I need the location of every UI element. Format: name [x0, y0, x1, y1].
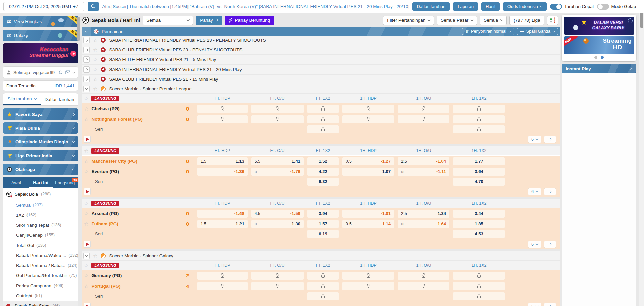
- market-filter-select[interactable]: Semua Pasar: [437, 16, 477, 25]
- odds-cell[interactable]: u-1.64: [398, 220, 449, 228]
- odds-cell[interactable]: 0.5-1.14: [342, 220, 394, 228]
- odds-cell[interactable]: 0.5-1.27: [342, 157, 394, 165]
- odds-cell[interactable]: 2.5-1.04: [398, 157, 449, 165]
- favorite-star-icon[interactable]: ☆: [84, 211, 88, 216]
- galaxy-button[interactable]: ⇄ Galaxy NEW: [3, 30, 78, 41]
- galaxy-version-banner[interactable]: DALAM VERSI GALAXY BARU!: [564, 17, 634, 35]
- more-markets-button[interactable]: [84, 303, 91, 306]
- streaming-hd-banner[interactable]: NEW Streaming HD: [564, 36, 634, 54]
- versi-ringkas-button[interactable]: ⇄ Versi Ringkas NEW: [3, 16, 78, 27]
- odds-cell[interactable]: 3.44: [453, 210, 505, 218]
- market-count-select[interactable]: 6: [528, 136, 541, 143]
- daftar-taruhan-button[interactable]: Daftar Taruhan: [412, 2, 450, 11]
- chevron-down-icon[interactable]: [72, 70, 75, 73]
- league-row-soccer-marble-spinner-premier-league[interactable]: ☆Soccer Marble - Spinner Premier League: [82, 84, 560, 93]
- odds-cell[interactable]: 1.52: [307, 157, 339, 165]
- parlay-button[interactable]: Parlay: [196, 16, 222, 25]
- user-account-card[interactable]: Selirraja_vipgacor69: [3, 66, 78, 78]
- league-row-saba-international-friendly-virtual-pes-23-penalty-shootouts[interactable]: ☆SABA INTERNATIONAL FRIENDLY Virtual PES…: [82, 36, 560, 45]
- sidebar-item-skor-yang-tepat[interactable]: Skor Yang Tepat(136): [3, 220, 78, 230]
- favorite-star-icon[interactable]: ☆: [84, 273, 88, 278]
- odds-cell[interactable]: 1.51.21: [197, 220, 248, 228]
- odds-movement-indicator[interactable]: [547, 16, 558, 25]
- favorite-star-icon[interactable]: ☆: [84, 96, 88, 101]
- more-markets-button[interactable]: [84, 136, 91, 143]
- odds-type-select[interactable]: Odds Indonesia: [503, 2, 547, 11]
- next-page-button[interactable]: [544, 303, 556, 306]
- sport-category-sepak-bola-saba[interactable]: Sepak Bola Saba (46): [3, 301, 78, 306]
- favorite-star-icon[interactable]: ☆: [84, 117, 88, 122]
- sidebar-item-parlay-campuran[interactable]: Parlay Campuran(406): [3, 280, 78, 291]
- favorite-star-icon[interactable]: ☆: [93, 57, 97, 62]
- tab-slip-taruhan[interactable]: Slip taruhan: [3, 93, 41, 105]
- sidebar-item-ganjil-genap[interactable]: Ganjil/Genap(155): [3, 230, 78, 240]
- more-markets-button[interactable]: [84, 188, 91, 195]
- favorite-star-icon[interactable]: ☆: [84, 221, 88, 226]
- collapse-section-button[interactable]: [82, 27, 91, 36]
- next-page-button[interactable]: [544, 136, 556, 143]
- more-markets-button[interactable]: [84, 241, 91, 248]
- sidebar-menu-favorit-saya[interactable]: Favorit Saya: [3, 108, 78, 120]
- carousel-dot[interactable]: [594, 56, 597, 59]
- favorite-star-icon[interactable]: ☆: [93, 77, 97, 82]
- odds-cell[interactable]: 1.77: [453, 157, 505, 165]
- odds-cell[interactable]: 1.85: [453, 220, 505, 228]
- odds-cell[interactable]: 4.22: [307, 168, 339, 176]
- page-scrollbar[interactable]: [639, 0, 644, 306]
- tab-daftar-taruhan[interactable]: Daftar Taruhan: [41, 93, 78, 105]
- sidebar-item-babak-pertama-baba[interactable]: Babak Pertama / Baba...(124): [3, 260, 78, 270]
- sidebar-item-gol-pertama-gol-terakhir[interactable]: Gol Pertama/Gol Terakhir(75): [3, 270, 78, 280]
- sidebar-item-outright[interactable]: Outright(51): [3, 291, 78, 301]
- dark-mode-toggle[interactable]: [597, 4, 609, 10]
- carousel-dot-active[interactable]: [601, 56, 604, 59]
- favorite-star-icon[interactable]: ☆: [93, 86, 97, 91]
- odds-cell[interactable]: u-1.11: [398, 168, 449, 176]
- favorite-star-icon[interactable]: ☆: [84, 159, 88, 164]
- odds-cell[interactable]: 6.19: [307, 230, 339, 238]
- expand-league-button[interactable]: [83, 56, 90, 63]
- odds-cell[interactable]: 3.94: [307, 210, 339, 218]
- favorite-star-icon[interactable]: ☆: [84, 201, 88, 206]
- expand-league-button[interactable]: [83, 86, 90, 92]
- odds-cell[interactable]: -1.36: [197, 168, 248, 176]
- favorite-star-icon[interactable]: ☆: [93, 253, 97, 258]
- league-row-saba-elite-friendly-virtual-pes-21-5-mins-play[interactable]: ☆SABA ELITE FRIENDLY Virtual PES 21 - 5 …: [82, 55, 560, 64]
- sidebar-item-1x2[interactable]: 1X2(162): [3, 210, 78, 220]
- expand-league-button[interactable]: [83, 76, 90, 82]
- odds-cell[interactable]: u1.30: [251, 220, 304, 228]
- tab-hari-ini[interactable]: Hari Ini: [29, 177, 53, 188]
- refresh-icon[interactable]: [58, 70, 63, 75]
- quick-bet-toggle[interactable]: [550, 4, 562, 10]
- market-count-select[interactable]: 6: [528, 241, 541, 248]
- announcement-ticker[interactable]: Attn:[Soccer] The match between [1:45PM]…: [102, 4, 409, 9]
- hasil-button[interactable]: Hasil: [481, 2, 500, 11]
- league-row-saba-international-friendly-virtual-pes-21-20-mins-play[interactable]: ☆SABA INTERNATIONAL FRIENDLY Virtual PES…: [82, 65, 560, 74]
- expand-league-button[interactable]: [83, 37, 90, 43]
- expand-league-button[interactable]: [83, 47, 90, 53]
- favorite-star-icon[interactable]: ☆: [84, 148, 88, 154]
- tab-langsung[interactable]: Langsung79: [53, 177, 77, 188]
- favorite-star-icon[interactable]: ☆: [93, 67, 97, 72]
- favorite-star-icon[interactable]: ☆: [84, 283, 88, 289]
- favorite-star-icon[interactable]: ☆: [84, 263, 88, 268]
- market-count-select[interactable]: 6: [528, 188, 541, 195]
- odds-cell[interactable]: -1.01: [342, 210, 394, 218]
- sidebar-item-babak-pertama-waktu[interactable]: Babak Pertama/Waktu ...(132): [3, 250, 78, 260]
- sidebar-menu-piala-dunia[interactable]: Piala Dunia: [3, 122, 78, 134]
- odds-cell[interactable]: 4.5-1.59: [251, 210, 304, 218]
- market-count-select[interactable]: 6: [528, 303, 541, 306]
- odds-cell[interactable]: 4.53: [453, 230, 505, 238]
- search-button[interactable]: [88, 2, 99, 11]
- sidebar-item-total-gol[interactable]: Total Gol(136): [3, 240, 78, 250]
- time-filter-select[interactable]: Semua: [480, 16, 507, 25]
- league-row-soccer-marble-spinner-galaxy[interactable]: ☆Soccer Marble - Spinner Galaxy: [82, 251, 560, 260]
- odds-cell[interactable]: 1.57: [307, 220, 339, 228]
- spacing-select[interactable]: Spasi Ganda: [517, 28, 558, 35]
- odds-cell[interactable]: -1.48: [197, 210, 248, 218]
- tab-awal[interactable]: Awal: [4, 177, 29, 188]
- odds-cell[interactable]: 1.51.13: [197, 157, 248, 165]
- expand-league-button[interactable]: [83, 66, 90, 73]
- filter-matches-button[interactable]: Filter Pertandingan: [383, 16, 434, 25]
- laporan-button[interactable]: Laporan: [453, 2, 478, 11]
- odds-cell[interactable]: 2.51.34: [398, 210, 449, 218]
